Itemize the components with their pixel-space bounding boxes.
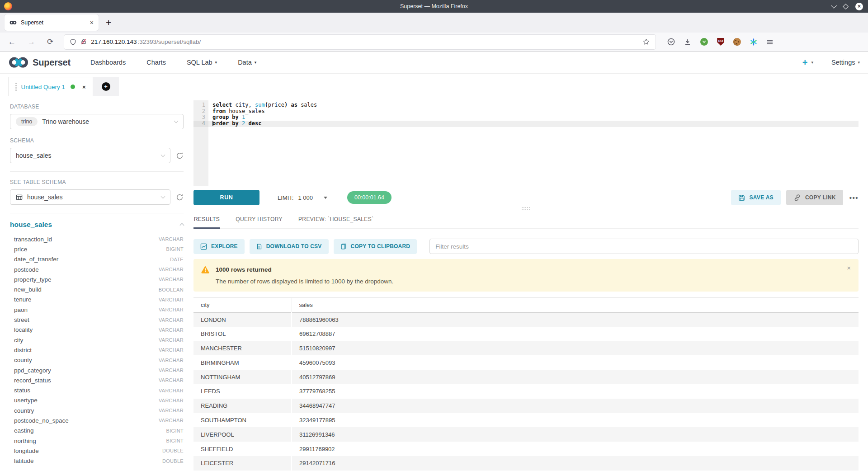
sql-editor[interactable]: 1select city, sum(price) as sales2from h… (193, 100, 859, 186)
copy-link-button[interactable]: COPY LINK (786, 190, 843, 205)
drag-handle-icon[interactable] (15, 83, 17, 91)
schema-column-row[interactable]: new_buildBOOLEAN (10, 284, 184, 294)
schema-column-row[interactable]: latitudeDOUBLE (10, 456, 184, 466)
schema-select[interactable]: house_sales (10, 148, 170, 163)
schema-column-row[interactable]: districtVARCHAR (10, 345, 184, 355)
download-csv-button[interactable]: DOWNLOAD TO CSV (250, 239, 329, 254)
schema-column-row[interactable]: localityVARCHAR (10, 325, 184, 335)
save-as-button[interactable]: SAVE AS (731, 190, 780, 205)
explore-button[interactable]: EXPLORE (193, 239, 245, 254)
browser-tab[interactable]: Superset × (5, 14, 99, 31)
schema-column-row[interactable]: transaction_idVARCHAR (10, 234, 184, 244)
table-row[interactable]: NOTTINGHAM40512797869 (193, 370, 859, 384)
more-options-button[interactable]: ••• (849, 194, 859, 202)
nav-item-sql-lab[interactable]: SQL Lab▾ (187, 59, 217, 66)
editor-line[interactable]: 1select city, sum(price) as sales (193, 102, 859, 108)
tab-results[interactable]: RESULTS (193, 212, 220, 229)
table-row[interactable]: MANCHESTER51510820997 (193, 341, 859, 356)
ublock-icon[interactable]: uO (717, 38, 724, 46)
close-window-icon[interactable]: × (855, 3, 863, 10)
settings-menu[interactable]: Settings▾ (831, 59, 860, 66)
new-tab-button[interactable]: + (106, 17, 111, 28)
schema-column-row[interactable]: paonVARCHAR (10, 305, 184, 315)
refresh-table-icon[interactable] (176, 193, 184, 201)
schema-column-row[interactable]: postcodeVARCHAR (10, 264, 184, 274)
table-row[interactable]: LEEDS37779768255 (193, 384, 859, 399)
url-path: :32393/superset/sqllab/ (138, 38, 201, 45)
schema-column-row[interactable]: priceBIGINT (10, 244, 184, 254)
schema-column-row[interactable]: countyVARCHAR (10, 355, 184, 365)
table-row[interactable]: LONDON788861960063 (193, 312, 859, 327)
nav-item-charts[interactable]: Charts (146, 59, 166, 66)
copy-clipboard-button[interactable]: COPY TO CLIPBOARD (334, 239, 417, 254)
schema-column-row[interactable]: property_typeVARCHAR (10, 274, 184, 284)
nav-item-dashboards[interactable]: Dashboards (90, 59, 126, 66)
editor-line[interactable]: 2from house_sales (193, 108, 859, 115)
cookie-extension-icon[interactable] (733, 38, 741, 46)
downloads-icon[interactable] (684, 38, 691, 46)
table-cell: READING (193, 399, 292, 413)
schema-column-row[interactable]: eastingBIGINT (10, 426, 184, 436)
close-tab-icon[interactable]: × (90, 19, 94, 26)
nav-item-data[interactable]: Data▾ (238, 59, 256, 66)
asterisk-extension-icon[interactable] (750, 38, 757, 46)
table-cell: BRISTOL (193, 327, 292, 341)
schema-column-row[interactable]: record_statusVARCHAR (10, 375, 184, 385)
table-row[interactable]: BIRMINGHAM45960075093 (193, 355, 859, 370)
column-type: VARCHAR (159, 327, 184, 333)
back-icon[interactable]: ← (8, 38, 16, 47)
schema-column-row[interactable]: streetVARCHAR (10, 315, 184, 325)
schema-column-row[interactable]: countryVARCHAR (10, 405, 184, 415)
bookmark-star-icon[interactable] (642, 38, 650, 46)
editor-line[interactable]: 4order by 2 desc (193, 121, 859, 127)
refresh-schema-icon[interactable] (176, 152, 184, 160)
table-row[interactable]: LEICESTER29142071716 (193, 456, 859, 471)
schema-column-row[interactable]: ppd_categoryVARCHAR (10, 365, 184, 375)
url-bar[interactable]: 217.160.120.143 :32393/superset/sqllab/ (64, 35, 656, 49)
schema-column-row[interactable]: usertypeVARCHAR (10, 396, 184, 405)
close-query-tab-icon[interactable]: × (82, 84, 86, 90)
pane-splitter[interactable] (193, 205, 859, 212)
column-header[interactable]: city (193, 298, 292, 312)
schema-column-row[interactable]: cityVARCHAR (10, 335, 184, 345)
add-new-button[interactable]: + (802, 57, 808, 68)
insecure-lock-icon[interactable] (80, 38, 87, 45)
table-row[interactable]: READING34468947747 (193, 399, 859, 413)
schema-column-row[interactable]: longitudeDOUBLE (10, 446, 184, 456)
tab-preview[interactable]: PREVIEW: `HOUSE_SALES` (298, 212, 374, 229)
shield-icon[interactable] (70, 38, 76, 46)
schema-column-row[interactable]: postcode_no_spaceVARCHAR (10, 415, 184, 425)
minimize-icon[interactable] (831, 3, 837, 9)
reload-icon[interactable]: ⟳ (47, 37, 53, 47)
limit-dropdown[interactable]: LIMIT: 1 000 (278, 194, 327, 201)
tab-query-history[interactable]: QUERY HISTORY (235, 212, 283, 229)
table-name-title[interactable]: house_sales (10, 221, 52, 229)
table-cell: 69612708887 (292, 327, 859, 341)
run-button[interactable]: RUN (193, 190, 259, 205)
editor-line[interactable]: 3group by 1 (193, 114, 859, 121)
filter-results-input[interactable] (429, 239, 859, 254)
schema-column-row[interactable]: statusVARCHAR (10, 385, 184, 395)
table-schema-select[interactable]: house_sales (10, 189, 170, 205)
schema-column-row[interactable]: tenureVARCHAR (10, 295, 184, 305)
collapse-chevron-icon[interactable] (180, 223, 184, 228)
table-row[interactable]: SOUTHAMPTON32349177895 (193, 413, 859, 428)
schema-column-row[interactable]: date_of_transferDATE (10, 254, 184, 264)
table-row[interactable]: SHEFFIELD29911769902 (193, 442, 859, 456)
column-header[interactable]: sales (292, 298, 859, 312)
hamburger-menu-icon[interactable] (766, 38, 774, 46)
table-row[interactable]: LIVERPOOL31126991346 (193, 427, 859, 442)
pocket-icon[interactable] (667, 38, 675, 46)
schema-columns-list: transaction_idVARCHARpriceBIGINTdate_of_… (10, 234, 184, 466)
brand-name[interactable]: Superset (33, 57, 71, 68)
database-select[interactable]: trino Trino warehouse (10, 114, 184, 129)
close-alert-icon[interactable]: × (847, 264, 851, 272)
schema-column-row[interactable]: northingBIGINT (10, 436, 184, 446)
table-cell: LEEDS (193, 384, 292, 399)
maximize-icon[interactable] (843, 4, 849, 9)
query-tab-active[interactable]: Untitled Query 1 × (8, 77, 93, 96)
add-query-tab[interactable]: + (93, 77, 119, 96)
query-tab-title[interactable]: Untitled Query 1 (21, 84, 66, 90)
privacy-badger-icon[interactable] (700, 38, 708, 46)
table-row[interactable]: BRISTOL69612708887 (193, 327, 859, 341)
